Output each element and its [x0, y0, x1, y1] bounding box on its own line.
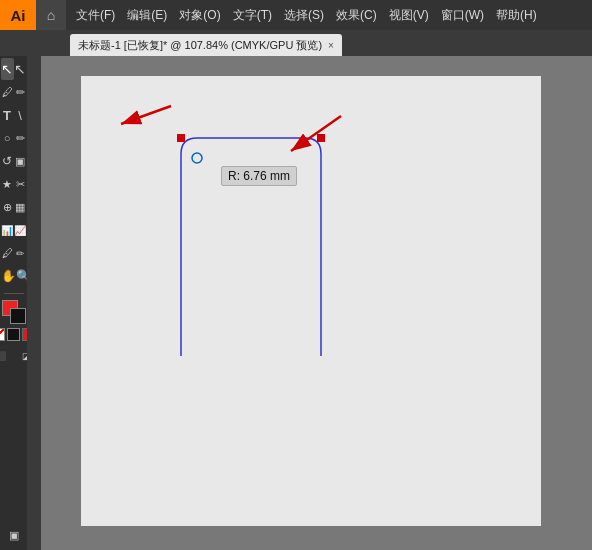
color-mode-button[interactable]: ⬛	[0, 345, 13, 367]
tab-label: 未标题-1 [已恢复]* @ 107.84% (CMYK/GPU 预览)	[78, 38, 322, 53]
pen-tool[interactable]: 🖊	[1, 81, 14, 103]
radius-handle	[192, 153, 202, 163]
zoom-in-tool[interactable]: ⊕	[1, 196, 14, 218]
swap-color-button[interactable]	[7, 328, 20, 341]
measure-tool[interactable]: ✏	[14, 242, 27, 264]
radius-tooltip: R: 6.76 mm	[221, 166, 297, 186]
zoom-tool[interactable]: 🔍	[16, 265, 28, 287]
tab-bar: 未标题-1 [已恢复]* @ 107.84% (CMYK/GPU 预览) ×	[0, 30, 592, 56]
none-color-button[interactable]	[0, 328, 5, 341]
type-tool[interactable]: T	[1, 104, 14, 126]
selection-tool[interactable]: ↖	[1, 58, 14, 80]
graph-tool[interactable]: 📊	[1, 219, 14, 241]
menu-select[interactable]: 选择(S)	[278, 0, 330, 30]
hand-tool[interactable]: ✋	[1, 265, 16, 287]
grid-tool[interactable]: ▦	[14, 196, 27, 218]
menu-edit[interactable]: 编辑(E)	[121, 0, 173, 30]
color-mode-area: ⬛ ◪	[0, 345, 27, 367]
ellipse-tool[interactable]: ○	[1, 127, 14, 149]
warp-tool[interactable]: ▣	[14, 150, 27, 172]
corner-marker-tl	[177, 134, 185, 142]
document-tab[interactable]: 未标题-1 [已恢复]* @ 107.84% (CMYK/GPU 预览) ×	[70, 34, 342, 56]
scissors-tool[interactable]: ✂	[14, 173, 27, 195]
pencil-tool[interactable]: ✏	[14, 81, 27, 103]
menu-window[interactable]: 窗口(W)	[435, 0, 490, 30]
color-fill-stroke-area	[2, 300, 26, 324]
line-tool[interactable]: \	[14, 104, 27, 126]
menu-view[interactable]: 视图(V)	[383, 0, 435, 30]
corner-marker-tr	[317, 134, 325, 142]
artboard-tool-area: ▣	[2, 524, 26, 546]
tab-close-button[interactable]: ×	[328, 40, 334, 51]
main-area: ↖ ↖ 🖊 ✏ T \ ○ ✏ ↺ ▣ ★ ✂ ⊕ ▦	[0, 56, 592, 550]
secondary-toolbar-strip	[27, 56, 41, 550]
home-button[interactable]: ⌂	[36, 0, 66, 30]
artboard-tool[interactable]: ▣	[2, 524, 26, 546]
color-controls	[0, 328, 27, 341]
menu-help[interactable]: 帮助(H)	[490, 0, 543, 30]
toolbar-separator	[4, 293, 24, 294]
menu-type[interactable]: 文字(T)	[227, 0, 278, 30]
canvas-area[interactable]: R: 6.76 mm	[41, 56, 592, 550]
rotate-tool[interactable]: ↺	[1, 150, 14, 172]
left-toolbar: ↖ ↖ 🖊 ✏ T \ ○ ✏ ↺ ▣ ★ ✂ ⊕ ▦	[0, 56, 27, 550]
stroke-color-box[interactable]	[10, 308, 26, 324]
spray-tool[interactable]: 🖊	[1, 242, 14, 264]
tooltip-text: R: 6.76 mm	[228, 169, 290, 183]
gradient-mode-button[interactable]: ◪	[15, 345, 28, 367]
menu-object[interactable]: 对象(O)	[173, 0, 226, 30]
star-tool[interactable]: ★	[1, 173, 14, 195]
menu-effect[interactable]: 效果(C)	[330, 0, 383, 30]
bar-chart-tool[interactable]: 📈	[14, 219, 27, 241]
menu-bar: 文件(F) 编辑(E) 对象(O) 文字(T) 选择(S) 效果(C) 视图(V…	[66, 0, 592, 30]
app-logo: Ai	[0, 0, 36, 30]
menu-file[interactable]: 文件(F)	[70, 0, 121, 30]
direct-selection-tool[interactable]: ↖	[14, 58, 27, 80]
paintbrush-tool[interactable]: ✏	[14, 127, 27, 149]
title-bar: Ai ⌂ 文件(F) 编辑(E) 对象(O) 文字(T) 选择(S) 效果(C)…	[0, 0, 592, 30]
